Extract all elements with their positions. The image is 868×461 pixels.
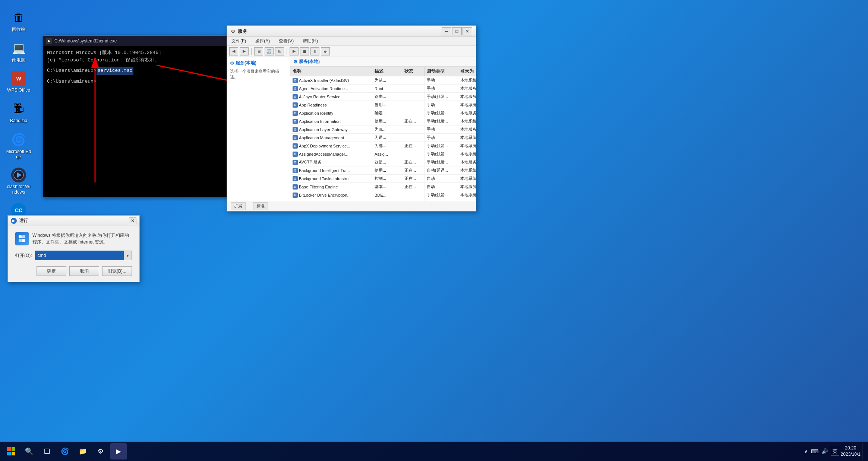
browse-button[interactable]: 浏览(B)... (102, 266, 132, 276)
run-input[interactable] (35, 251, 124, 260)
settings-button[interactable]: ⚙ (92, 443, 109, 460)
this-pc-icon[interactable]: 💻 此电脑 (4, 38, 34, 65)
menu-action[interactable]: 操作(A) (253, 37, 272, 45)
menu-view[interactable]: 查看(V) (277, 37, 296, 45)
service-startup: 手动 (424, 134, 458, 142)
task-view-button[interactable]: ❑ (39, 443, 55, 460)
tab-expand[interactable]: 扩展 (231, 202, 246, 210)
cmd-title: C:\Windows\system32\cmd.exe (54, 38, 117, 44)
services-menubar: 文件(F) 操作(A) 查看(V) 帮助(H) (227, 37, 476, 46)
edge-button[interactable]: 🌀 (57, 443, 73, 460)
table-row[interactable]: ⚙ ActiveX Installer (AxInstSV) 为从... 手动 … (290, 76, 476, 85)
toolbar-back[interactable]: ◀ (229, 47, 238, 55)
tray-clock[interactable]: 20:20 2023/10/1 (841, 445, 861, 458)
service-icon: ⚙ (293, 78, 298, 83)
table-row[interactable]: ⚙ BitLocker Drive Encryption... BDE... 手… (290, 191, 476, 199)
service-login: 本地服务 (458, 93, 476, 101)
service-name: ⚙ Block Level Backup Engine... (290, 199, 372, 201)
menu-help[interactable]: 帮助(H) (300, 37, 320, 45)
service-icon: ⚙ (293, 152, 298, 157)
svg-rect-9 (7, 447, 11, 451)
cancel-button[interactable]: 取消 (69, 266, 99, 276)
table-row[interactable]: ⚙ AssignedAccessManager... Assig... 手动(触… (290, 150, 476, 158)
col-startup[interactable]: 启动类型 (424, 67, 458, 76)
table-row[interactable]: ⚙ App Readiness 当用... 手动 本地系统 (290, 101, 476, 109)
menu-file[interactable]: 文件(F) (229, 37, 248, 45)
service-startup: 自动(延迟... (424, 166, 458, 174)
service-login: 本地服务 (458, 125, 476, 133)
toolbar-refresh[interactable]: 🔄 (265, 47, 274, 55)
toolbar-restart[interactable]: ⏭ (321, 47, 330, 55)
services-right-panel[interactable]: ⚙ 服务(本地) 名称 描述 状态 启动类型 登录为 ⚙ ActiveX Ins… (290, 57, 476, 201)
tray-language[interactable]: 英 (831, 447, 839, 456)
bandizip-icon[interactable]: 🗜 Bandizip (4, 99, 34, 125)
tray-up-arrow[interactable]: ∧ (804, 448, 808, 454)
toolbar-computer[interactable]: 🖥 (254, 47, 263, 55)
col-login[interactable]: 登录为 (458, 67, 476, 76)
microsoft-edge-icon[interactable]: 🌀 Microsoft Edge (4, 130, 34, 162)
service-login: 本地服务 (458, 85, 476, 92)
svg-rect-12 (12, 452, 15, 455)
table-row[interactable]: ⚙ AllJoyn Router Service 路由... 手动(触发... … (290, 93, 476, 101)
services-titlebar[interactable]: ⚙ 服务 ─ □ ✕ (227, 26, 476, 37)
toolbar-filter[interactable]: ⊞ (275, 47, 284, 55)
svg-rect-8 (22, 239, 25, 242)
col-name[interactable]: 名称 (290, 67, 372, 76)
service-status (402, 101, 424, 109)
service-startup: 手动 (424, 85, 458, 92)
minimize-button[interactable]: ─ (442, 27, 451, 35)
service-status: 正在... (402, 117, 424, 125)
toolbar-play[interactable]: ▶ (290, 47, 299, 55)
recycle-bin-icon[interactable]: 🗑 回收站 (4, 7, 34, 34)
service-icon: ⚙ (293, 143, 298, 149)
table-row[interactable]: ⚙ Agent Activation Runtime... Runt... 手动… (290, 85, 476, 93)
taskbar: 🔍 ❑ 🌀 📁 ⚙ ▶ ∧ ⌨ 🔊 英 20:20 2023/10/1 (0, 442, 868, 461)
folder-button[interactable]: 📁 (75, 443, 91, 460)
toolbar-sep1 (251, 48, 252, 55)
col-desc[interactable]: 描述 (372, 67, 402, 76)
search-button[interactable]: 🔍 (21, 443, 37, 460)
ok-button[interactable]: 确定 (37, 266, 66, 276)
clash-for-windows-icon[interactable]: clash for Windows (4, 165, 34, 197)
restore-button[interactable]: □ (452, 27, 462, 35)
table-row[interactable]: ⚙ Application Management 为通... 手动 本地系统 (290, 134, 476, 142)
col-status[interactable]: 状态 (402, 67, 424, 76)
service-name: ⚙ Base Filtering Engine (290, 183, 372, 191)
dialog-close-button[interactable]: ✕ (129, 217, 136, 224)
table-row[interactable]: ⚙ Application Information 使用... 正在... 手动… (290, 117, 476, 125)
toolbar-forward[interactable]: ▶ (240, 47, 249, 55)
table-row[interactable]: ⚙ AppX Deployment Service... 为部... 正在...… (290, 142, 476, 150)
toolbar-pause[interactable]: ⏸ (310, 47, 319, 55)
svg-rect-11 (7, 452, 11, 455)
service-login: 本地系统 (458, 117, 476, 125)
service-status: 正在... (402, 175, 424, 182)
service-icon: ⚙ (293, 127, 298, 132)
service-desc: 为部... (372, 142, 402, 150)
terminal-button[interactable]: ▶ (110, 443, 127, 460)
table-row[interactable]: ⚙ Application Layer Gateway... 为In... 手动… (290, 125, 476, 134)
service-name: ⚙ AssignedAccessManager... (290, 150, 372, 158)
desktop: 🗑 回收站 💻 此电脑 W WPS Office 🗜 Bandizip 🌀 Mi… (0, 0, 868, 461)
table-row[interactable]: ⚙ Background Intelligent Tra... 使用... 正在… (290, 166, 476, 175)
tab-standard[interactable]: 标准 (253, 202, 268, 210)
start-button[interactable] (3, 443, 19, 460)
service-status: 正在... (402, 183, 424, 191)
left-panel-desc: 选择一个项目来查看它的描述。 (230, 69, 287, 80)
wps-office-icon[interactable]: W WPS Office (4, 69, 34, 95)
service-name: ⚙ Agent Activation Runtime... (290, 85, 372, 92)
dropdown-button[interactable]: ▼ (124, 251, 132, 260)
table-row[interactable]: ⚙ Base Filtering Engine 基本... 正在... 自动 本… (290, 183, 476, 191)
table-row[interactable]: ⚙ Background Tasks Infrastru... 控制... 正在… (290, 175, 476, 183)
toolbar-stop2[interactable]: ⏹ (300, 47, 309, 55)
close-button[interactable]: ✕ (463, 27, 472, 35)
table-row[interactable]: ⚙ Block Level Backup Engine... Win... 手动… (290, 199, 476, 201)
services-toolbar: ◀ ▶ 🖥 🔄 ⊞ ▶ ⏹ ⏸ ⏭ (227, 46, 476, 57)
service-desc: 当用... (372, 101, 402, 109)
table-row[interactable]: ⚙ Application Identity 确定... 手动(触发... 本地… (290, 109, 476, 117)
tray-icons: ∧ ⌨ 🔊 英 (804, 447, 839, 456)
dialog-titlebar[interactable]: ▶ 运行 ✕ (8, 216, 139, 226)
show-desktop-button[interactable] (862, 443, 865, 460)
service-icon: ⚙ (293, 111, 298, 116)
table-row[interactable]: ⚙ AVCTP 服务 这是... 正在... 手动(触发... 本地服务 (290, 158, 476, 166)
tray-volume[interactable]: 🔊 (821, 448, 828, 454)
